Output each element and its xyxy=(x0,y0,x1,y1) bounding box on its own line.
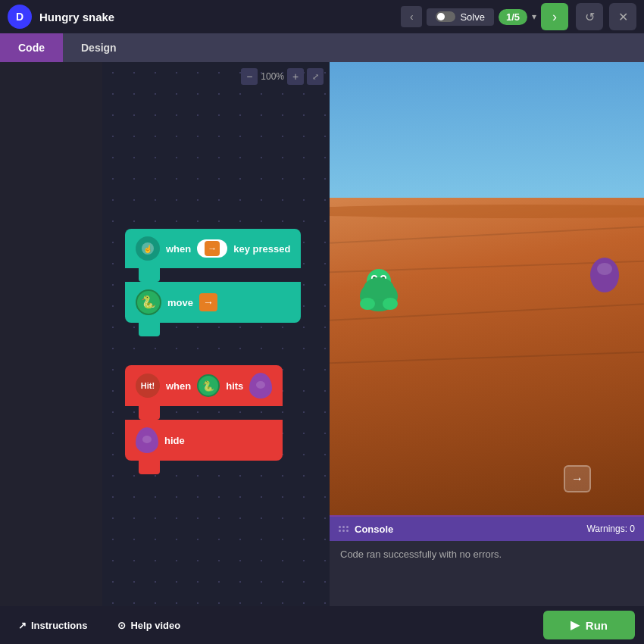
chevron-left-icon: ‹ xyxy=(410,11,414,23)
code-workspace[interactable]: − 100% + ⤢ ☝ xyxy=(102,62,330,606)
hits-label: hits xyxy=(226,380,243,392)
design-viewport: → xyxy=(330,62,644,515)
bottom-bar: ↗ Instructions ⊙ Help video ▶ Run xyxy=(0,606,644,644)
move-block[interactable]: 🐍 move → xyxy=(125,282,301,323)
hide-label: hide xyxy=(164,435,185,446)
header: D Hungry snake ‹ Solve 1/5 ▾ › ↺ ✕ xyxy=(0,0,644,33)
console-warnings: Warnings: 0 xyxy=(586,524,635,534)
close-button[interactable]: ✕ xyxy=(609,3,636,30)
chevron-down-icon[interactable]: ▾ xyxy=(532,11,536,22)
svg-point-20 xyxy=(597,263,612,275)
key-pressed-label: key pressed xyxy=(233,243,290,255)
hide-block[interactable]: hide xyxy=(125,420,283,461)
console-message: Code ran successfully with no errors. xyxy=(340,549,502,560)
egg-sprite-icon xyxy=(249,373,272,399)
expand-icon: ⤢ xyxy=(312,72,319,82)
dune-curve xyxy=(330,205,644,218)
svg-point-17 xyxy=(360,298,375,310)
when-key-block[interactable]: ☝ when → key pressed xyxy=(125,229,301,268)
minus-icon: − xyxy=(246,70,252,83)
when-hits-extension xyxy=(139,406,160,420)
app-title: Hungry snake xyxy=(39,11,393,23)
run-play-icon: ▶ xyxy=(571,618,580,632)
zoom-in-button[interactable]: + xyxy=(287,68,304,85)
zoom-out-button[interactable]: − xyxy=(241,68,258,85)
tab-design[interactable]: Design xyxy=(63,33,644,62)
zoom-level: 100% xyxy=(261,71,284,82)
design-panel: → xyxy=(330,62,644,606)
instructions-label: Instructions xyxy=(31,620,87,631)
when-hits-block-group: Hit! when 🐍 hits xyxy=(125,365,283,474)
console-header-left: Console xyxy=(339,524,393,535)
close-icon: ✕ xyxy=(618,10,628,24)
key-arrow-icon: → xyxy=(205,241,220,256)
code-panel: − 100% + ⤢ ☝ xyxy=(0,62,330,606)
nav-prev-button[interactable]: ‹ xyxy=(401,6,422,27)
help-video-label: Help video xyxy=(130,620,180,631)
svg-point-9 xyxy=(142,436,152,443)
snake-game-sprite xyxy=(352,266,405,319)
console-drag-handle xyxy=(339,526,349,532)
key-arrow-pill[interactable]: → xyxy=(197,239,227,258)
tab-bar: Code Design xyxy=(0,33,644,62)
hand-icon: ☝ xyxy=(141,242,155,255)
plus-icon: + xyxy=(292,70,299,83)
refresh-button[interactable]: ↺ xyxy=(576,3,603,30)
game-arrow-button[interactable]: → xyxy=(564,465,591,492)
hit-icon: Hit! xyxy=(136,374,160,398)
snake-sprite-icon: 🐍 xyxy=(136,289,161,315)
when-label: when xyxy=(166,243,191,255)
go-next-button[interactable]: › xyxy=(541,3,568,30)
when-key-extension xyxy=(139,268,160,282)
help-video-icon: ⊙ xyxy=(117,620,126,631)
solve-toggle-button[interactable]: Solve xyxy=(427,8,494,26)
run-button[interactable]: ▶ Run xyxy=(543,611,635,639)
when-hits-block[interactable]: Hit! when 🐍 hits xyxy=(125,365,283,406)
svg-point-7 xyxy=(256,381,265,389)
when-hits-when-label: when xyxy=(166,380,191,392)
logo-text: D xyxy=(16,11,23,23)
toggle-switch[interactable] xyxy=(436,11,455,22)
move-label: move xyxy=(167,297,193,308)
code-sidebar xyxy=(0,62,102,606)
forward-icon: › xyxy=(552,9,557,25)
svg-text:🐍: 🐍 xyxy=(141,295,156,309)
tab-code[interactable]: Code xyxy=(0,33,63,62)
move-extension xyxy=(139,323,160,336)
svg-point-18 xyxy=(383,298,398,310)
snake-sprite-2-icon: 🐍 xyxy=(197,374,220,397)
zoom-controls: − 100% + ⤢ xyxy=(241,68,324,85)
svg-point-16 xyxy=(364,277,394,300)
instructions-icon: ↗ xyxy=(18,620,27,631)
refresh-icon: ↺ xyxy=(585,10,595,24)
svg-text:☝: ☝ xyxy=(143,244,153,254)
solve-label: Solve xyxy=(460,11,485,23)
move-arrow-icon: → xyxy=(199,293,217,311)
egg-sprite-2-icon xyxy=(136,427,158,453)
arrow-right-icon: → xyxy=(571,472,583,486)
console-title: Console xyxy=(355,524,393,535)
console-header: Console Warnings: 0 xyxy=(330,517,644,541)
console-body: Code ran successfully with no errors. xyxy=(330,541,644,606)
progress-badge: 1/5 xyxy=(499,9,527,25)
desert-scene: → xyxy=(330,62,644,515)
expand-button[interactable]: ⤢ xyxy=(307,68,324,85)
egg-game-sprite xyxy=(588,252,621,293)
header-nav: ‹ Solve 1/5 ▾ › xyxy=(401,3,568,30)
hide-extension xyxy=(139,461,160,474)
help-video-button[interactable]: ⊙ Help video xyxy=(108,614,189,637)
when-key-block-group: ☝ when → key pressed � xyxy=(125,229,301,336)
main-area: − 100% + ⤢ ☝ xyxy=(0,62,644,606)
app-logo: D xyxy=(8,5,32,29)
instructions-button[interactable]: ↗ Instructions xyxy=(9,614,96,637)
when-key-icon: ☝ xyxy=(136,236,160,261)
svg-text:🐍: 🐍 xyxy=(202,380,215,392)
header-right-controls: ↺ ✕ xyxy=(576,3,636,30)
run-label: Run xyxy=(586,619,608,632)
console-area: Console Warnings: 0 Code ran successfull… xyxy=(330,515,644,606)
